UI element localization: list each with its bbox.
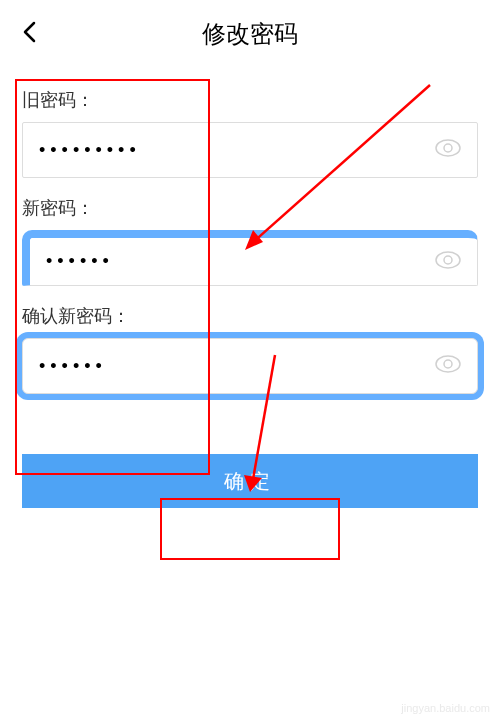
new-password-group: 新密码： — [22, 196, 478, 286]
svg-point-5 — [444, 360, 452, 368]
watermark: jingyan.baidu.com — [401, 702, 490, 714]
back-icon[interactable] — [22, 21, 36, 47]
svg-point-3 — [444, 256, 452, 264]
eye-icon[interactable] — [435, 355, 461, 377]
old-password-input[interactable] — [39, 140, 435, 161]
eye-icon[interactable] — [435, 251, 461, 273]
old-password-group: 旧密码： — [22, 88, 478, 178]
page-title: 修改密码 — [22, 18, 478, 50]
password-form: 旧密码： 新密码： 确认新密码： — [0, 68, 500, 432]
confirm-password-wrapper — [22, 338, 478, 394]
new-password-input[interactable] — [46, 251, 435, 272]
old-password-label: 旧密码： — [22, 88, 478, 112]
confirm-password-group: 确认新密码： — [22, 304, 478, 394]
svg-point-2 — [436, 252, 460, 268]
old-password-wrapper — [22, 122, 478, 178]
new-password-wrapper — [22, 230, 478, 286]
header: 修改密码 — [0, 0, 500, 68]
eye-icon[interactable] — [435, 139, 461, 161]
new-password-label: 新密码： — [22, 196, 478, 220]
confirm-button[interactable]: 确定 — [22, 454, 478, 508]
confirm-button-label: 确定 — [224, 468, 276, 495]
confirm-password-input[interactable] — [39, 356, 435, 377]
svg-point-1 — [444, 144, 452, 152]
svg-point-4 — [436, 356, 460, 372]
svg-point-0 — [436, 140, 460, 156]
confirm-password-label: 确认新密码： — [22, 304, 478, 328]
